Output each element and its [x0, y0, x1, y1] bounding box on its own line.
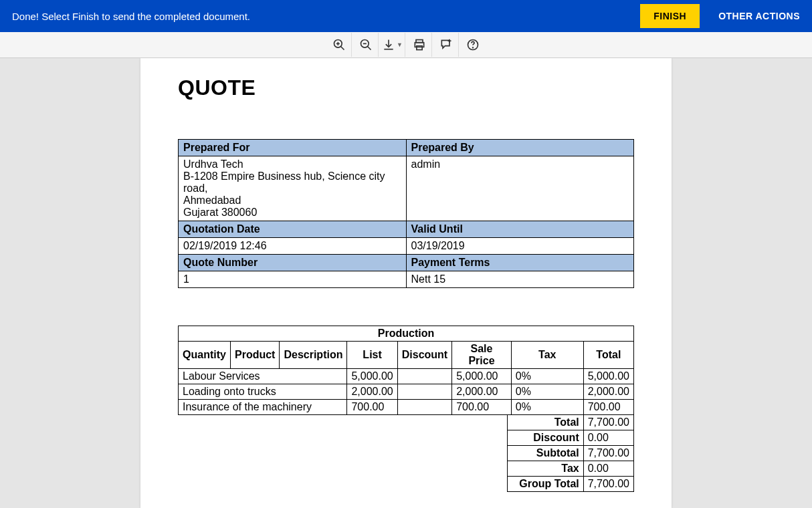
line-items-table: Production Quantity Product Description … [178, 326, 634, 415]
document-toolbar: ▼ [0, 32, 812, 58]
zoom-out-button[interactable] [353, 33, 379, 57]
quotation-date-value: 02/19/2019 12:46 [179, 238, 407, 255]
svg-point-13 [473, 47, 474, 48]
payment-terms-label: Payment Terms [406, 255, 634, 271]
comment-button[interactable] [433, 33, 459, 57]
prepared-for-label: Prepared For [179, 140, 407, 156]
download-button[interactable]: ▼ [380, 33, 405, 57]
quote-number-label: Quote Number [179, 255, 407, 271]
completion-banner: Done! Select Finish to send the complete… [0, 0, 812, 32]
banner-message: Done! Select Finish to send the complete… [12, 11, 640, 22]
table-row: Insurance of the machinery 700.00 700.00… [179, 400, 634, 415]
finish-button[interactable]: FINISH [640, 4, 700, 28]
svg-line-1 [340, 47, 344, 50]
totals-summary: Total7,700.00 Discount0.00 Subtotal7,700… [507, 414, 634, 492]
valid-until-label: Valid Until [406, 221, 634, 238]
zoom-in-button[interactable] [326, 33, 352, 57]
quotation-date-label: Quotation Date [179, 221, 407, 238]
prepared-by-label: Prepared By [406, 140, 634, 156]
svg-line-5 [367, 47, 371, 50]
document-viewport[interactable]: QUOTE Prepared ForPrepared By Urdhva Tec… [0, 58, 812, 508]
signature-block: DocuSigned by: Dhaivat Naik 9F38452BAC41… [178, 492, 634, 508]
print-button[interactable] [407, 33, 432, 57]
table-row: Labour Services 5,000.00 5,000.00 0% 5,0… [179, 369, 634, 384]
chevron-down-icon: ▼ [397, 41, 403, 48]
section-header: Production [179, 326, 634, 342]
quote-number-value: 1 [179, 271, 407, 288]
help-button[interactable] [460, 33, 486, 57]
valid-until-value: 03/19/2019 [406, 238, 634, 255]
prepared-for-value: Urdhva Tech B-1208 Empire Business hub, … [179, 156, 407, 221]
other-actions-button[interactable]: OTHER ACTIONS [718, 11, 800, 21]
items-body: Labour Services 5,000.00 5,000.00 0% 5,0… [179, 369, 634, 415]
table-row: Loading onto trucks 2,000.00 2,000.00 0%… [179, 384, 634, 400]
prepared-by-value: admin [406, 156, 634, 221]
document-page: QUOTE Prepared ForPrepared By Urdhva Tec… [140, 58, 672, 508]
document-title: QUOTE [178, 76, 634, 100]
quote-info-table: Prepared ForPrepared By Urdhva Tech B-12… [178, 139, 634, 288]
payment-terms-value: Nett 15 [406, 271, 634, 288]
